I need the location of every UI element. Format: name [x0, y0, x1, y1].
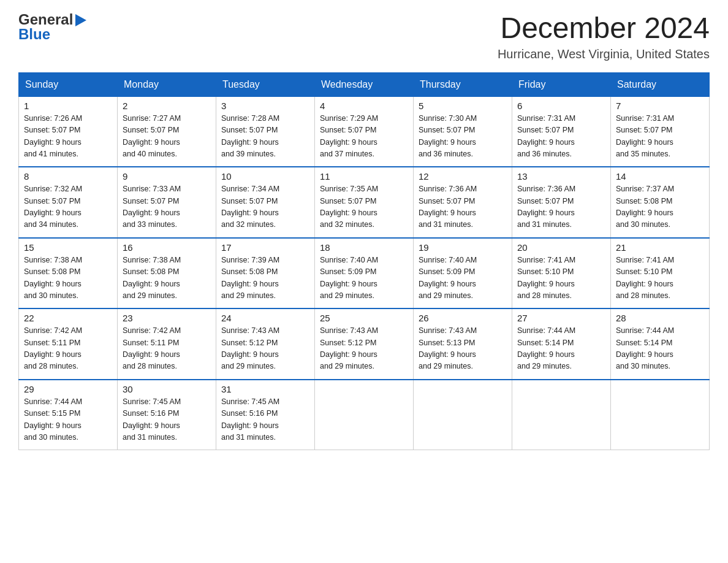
- day-number: 25: [320, 313, 408, 323]
- day-number: 1: [24, 101, 112, 111]
- calendar-cell: 11Sunrise: 7:35 AMSunset: 5:07 PMDayligh…: [315, 167, 414, 238]
- calendar-cell: 24Sunrise: 7:43 AMSunset: 5:12 PMDayligh…: [216, 308, 315, 380]
- logo-blue: Blue: [18, 26, 50, 42]
- header-row: SundayMondayTuesdayWednesdayThursdayFrid…: [19, 72, 710, 96]
- day-info: Sunrise: 7:30 AMSunset: 5:07 PMDaylight:…: [419, 113, 507, 161]
- week-row-1: 1Sunrise: 7:26 AMSunset: 5:07 PMDaylight…: [19, 96, 710, 167]
- calendar-cell: 12Sunrise: 7:36 AMSunset: 5:07 PMDayligh…: [414, 167, 512, 238]
- day-info: Sunrise: 7:41 AMSunset: 5:10 PMDaylight:…: [517, 255, 605, 302]
- day-number: 16: [123, 242, 211, 253]
- calendar-cell: 22Sunrise: 7:42 AMSunset: 5:11 PMDayligh…: [19, 308, 118, 380]
- day-info: Sunrise: 7:43 AMSunset: 5:12 PMDaylight:…: [320, 325, 408, 373]
- day-info: Sunrise: 7:36 AMSunset: 5:07 PMDaylight:…: [517, 183, 605, 231]
- day-number: 9: [123, 171, 211, 182]
- day-number: 13: [517, 171, 605, 182]
- day-info: Sunrise: 7:44 AMSunset: 5:14 PMDaylight:…: [616, 325, 704, 373]
- day-number: 18: [320, 242, 408, 253]
- calendar-cell: 23Sunrise: 7:42 AMSunset: 5:11 PMDayligh…: [118, 308, 216, 380]
- day-info: Sunrise: 7:43 AMSunset: 5:12 PMDaylight:…: [221, 325, 309, 373]
- day-number: 30: [123, 384, 211, 394]
- day-info: Sunrise: 7:27 AMSunset: 5:07 PMDaylight:…: [123, 113, 211, 161]
- logo-general: General: [18, 12, 73, 27]
- calendar-cell: 14Sunrise: 7:37 AMSunset: 5:08 PMDayligh…: [611, 167, 710, 238]
- day-info: Sunrise: 7:31 AMSunset: 5:07 PMDaylight:…: [616, 113, 704, 161]
- day-number: 29: [24, 384, 112, 394]
- day-number: 6: [517, 101, 605, 111]
- day-info: Sunrise: 7:45 AMSunset: 5:16 PMDaylight:…: [123, 396, 211, 444]
- day-info: Sunrise: 7:39 AMSunset: 5:08 PMDaylight:…: [221, 255, 309, 302]
- day-info: Sunrise: 7:44 AMSunset: 5:15 PMDaylight:…: [24, 396, 112, 444]
- calendar-cell: [611, 380, 710, 450]
- calendar-cell: 19Sunrise: 7:40 AMSunset: 5:09 PMDayligh…: [414, 238, 512, 309]
- week-row-4: 22Sunrise: 7:42 AMSunset: 5:11 PMDayligh…: [19, 308, 710, 380]
- calendar-cell: 26Sunrise: 7:43 AMSunset: 5:13 PMDayligh…: [414, 308, 512, 380]
- calendar-cell: 29Sunrise: 7:44 AMSunset: 5:15 PMDayligh…: [19, 380, 118, 450]
- day-info: Sunrise: 7:38 AMSunset: 5:08 PMDaylight:…: [24, 255, 112, 302]
- calendar-cell: 4Sunrise: 7:29 AMSunset: 5:07 PMDaylight…: [315, 96, 414, 167]
- day-number: 20: [517, 242, 605, 253]
- day-info: Sunrise: 7:44 AMSunset: 5:14 PMDaylight:…: [517, 325, 605, 373]
- day-info: Sunrise: 7:29 AMSunset: 5:07 PMDaylight:…: [320, 113, 408, 161]
- day-number: 17: [221, 242, 309, 253]
- calendar-cell: 8Sunrise: 7:32 AMSunset: 5:07 PMDaylight…: [19, 167, 118, 238]
- calendar-cell: 16Sunrise: 7:38 AMSunset: 5:08 PMDayligh…: [118, 238, 216, 309]
- calendar-cell: 5Sunrise: 7:30 AMSunset: 5:07 PMDaylight…: [414, 96, 512, 167]
- day-info: Sunrise: 7:28 AMSunset: 5:07 PMDaylight:…: [221, 113, 309, 161]
- location-title: Hurricane, West Virginia, United States: [498, 47, 710, 61]
- day-number: 19: [419, 242, 507, 253]
- day-number: 23: [123, 313, 211, 323]
- day-header-tuesday: Tuesday: [216, 72, 315, 96]
- day-number: 14: [616, 171, 704, 182]
- day-number: 10: [221, 171, 309, 182]
- day-header-thursday: Thursday: [414, 72, 512, 96]
- day-info: Sunrise: 7:45 AMSunset: 5:16 PMDaylight:…: [221, 396, 309, 444]
- day-info: Sunrise: 7:40 AMSunset: 5:09 PMDaylight:…: [419, 255, 507, 302]
- day-info: Sunrise: 7:38 AMSunset: 5:08 PMDaylight:…: [123, 255, 211, 302]
- day-info: Sunrise: 7:35 AMSunset: 5:07 PMDaylight:…: [320, 183, 408, 231]
- calendar-cell: 6Sunrise: 7:31 AMSunset: 5:07 PMDaylight…: [512, 96, 611, 167]
- day-number: 22: [24, 313, 112, 323]
- day-number: 12: [419, 171, 507, 182]
- day-number: 24: [221, 313, 309, 323]
- week-row-5: 29Sunrise: 7:44 AMSunset: 5:15 PMDayligh…: [19, 380, 710, 450]
- week-row-2: 8Sunrise: 7:32 AMSunset: 5:07 PMDaylight…: [19, 167, 710, 238]
- day-header-saturday: Saturday: [611, 72, 710, 96]
- day-number: 5: [419, 101, 507, 111]
- calendar-cell: 17Sunrise: 7:39 AMSunset: 5:08 PMDayligh…: [216, 238, 315, 309]
- day-info: Sunrise: 7:43 AMSunset: 5:13 PMDaylight:…: [419, 325, 507, 373]
- day-info: Sunrise: 7:31 AMSunset: 5:07 PMDaylight:…: [517, 113, 605, 161]
- calendar-cell: [512, 380, 611, 450]
- day-header-monday: Monday: [118, 72, 216, 96]
- calendar-cell: 28Sunrise: 7:44 AMSunset: 5:14 PMDayligh…: [611, 308, 710, 380]
- day-info: Sunrise: 7:33 AMSunset: 5:07 PMDaylight:…: [123, 183, 211, 231]
- calendar-cell: 9Sunrise: 7:33 AMSunset: 5:07 PMDaylight…: [118, 167, 216, 238]
- day-header-friday: Friday: [512, 72, 611, 96]
- calendar-table: SundayMondayTuesdayWednesdayThursdayFrid…: [18, 72, 710, 451]
- day-number: 8: [24, 171, 112, 182]
- calendar-cell: 13Sunrise: 7:36 AMSunset: 5:07 PMDayligh…: [512, 167, 611, 238]
- day-header-wednesday: Wednesday: [315, 72, 414, 96]
- calendar-cell: 7Sunrise: 7:31 AMSunset: 5:07 PMDaylight…: [611, 96, 710, 167]
- day-info: Sunrise: 7:36 AMSunset: 5:07 PMDaylight:…: [419, 183, 507, 231]
- day-info: Sunrise: 7:42 AMSunset: 5:11 PMDaylight:…: [123, 325, 211, 373]
- day-number: 15: [24, 242, 112, 253]
- calendar-cell: 25Sunrise: 7:43 AMSunset: 5:12 PMDayligh…: [315, 308, 414, 380]
- calendar-cell: 21Sunrise: 7:41 AMSunset: 5:10 PMDayligh…: [611, 238, 710, 309]
- day-number: 31: [221, 384, 309, 394]
- day-number: 27: [517, 313, 605, 323]
- calendar-cell: 15Sunrise: 7:38 AMSunset: 5:08 PMDayligh…: [19, 238, 118, 309]
- week-row-3: 15Sunrise: 7:38 AMSunset: 5:08 PMDayligh…: [19, 238, 710, 309]
- day-number: 3: [221, 101, 309, 111]
- calendar-cell: 27Sunrise: 7:44 AMSunset: 5:14 PMDayligh…: [512, 308, 611, 380]
- day-header-sunday: Sunday: [19, 72, 118, 96]
- day-number: 4: [320, 101, 408, 111]
- calendar-cell: [315, 380, 414, 450]
- calendar-cell: 31Sunrise: 7:45 AMSunset: 5:16 PMDayligh…: [216, 380, 315, 450]
- day-info: Sunrise: 7:40 AMSunset: 5:09 PMDaylight:…: [320, 255, 408, 302]
- calendar-cell: 3Sunrise: 7:28 AMSunset: 5:07 PMDaylight…: [216, 96, 315, 167]
- calendar-cell: 2Sunrise: 7:27 AMSunset: 5:07 PMDaylight…: [118, 96, 216, 167]
- month-title: December 2024: [498, 12, 710, 45]
- calendar-cell: 10Sunrise: 7:34 AMSunset: 5:07 PMDayligh…: [216, 167, 315, 238]
- day-number: 21: [616, 242, 704, 253]
- day-info: Sunrise: 7:42 AMSunset: 5:11 PMDaylight:…: [24, 325, 112, 373]
